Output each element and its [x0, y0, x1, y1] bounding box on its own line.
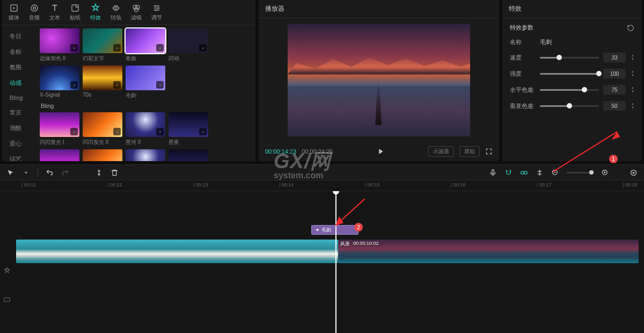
spinner[interactable]: ▲▼	[631, 102, 634, 110]
sidebar-item-8[interactable]: 综艺	[2, 151, 35, 161]
download-icon[interactable]	[156, 128, 164, 135]
effect-thumb[interactable]: 卷曲	[126, 28, 165, 62]
download-icon[interactable]	[199, 44, 207, 52]
video-clip-2[interactable]: 风景 00:00:10:02	[338, 240, 639, 263]
zoom-out-icon[interactable]	[551, 169, 559, 177]
param-label: 水平色差	[510, 86, 536, 94]
sidebar-item-7[interactable]: 爱心	[2, 136, 35, 151]
scope-button[interactable]: 示波器	[428, 146, 454, 157]
effect-thumb[interactable]: 幻彩文字	[83, 28, 122, 62]
effect-track[interactable]: 毛刺	[0, 223, 644, 237]
zoom-in-icon[interactable]	[601, 169, 609, 177]
timeline-toolbar	[0, 164, 644, 180]
tool-text[interactable]: 文本	[47, 2, 62, 23]
original-button[interactable]: 原始	[459, 146, 480, 157]
name-value: 毛刺	[540, 38, 552, 46]
param-slider[interactable]	[540, 73, 599, 75]
download-icon[interactable]	[70, 44, 78, 52]
playhead[interactable]	[335, 191, 336, 333]
tool-sticker[interactable]: 贴纸	[68, 2, 83, 23]
main-toolbar: 媒体音频文本贴纸特效转场滤镜调节	[2, 0, 255, 25]
sidebar-item-5[interactable]: 复古	[2, 105, 35, 120]
effect-thumb[interactable]: 星河 II	[126, 112, 165, 146]
spinner[interactable]: ▲▼	[631, 86, 634, 93]
video-clip-1[interactable]	[16, 240, 338, 263]
sidebar-item-2[interactable]: 氛围	[2, 60, 35, 75]
svg-point-16	[633, 172, 634, 173]
effect-thumb[interactable]: 闪闪发光 II	[83, 112, 122, 146]
spinner[interactable]: ▲▼	[631, 54, 634, 61]
cursor-tool-icon[interactable]	[6, 169, 14, 177]
sidebar-item-0[interactable]: 冬日	[2, 28, 35, 44]
spinner[interactable]: ▲▼	[631, 70, 634, 77]
download-icon[interactable]	[156, 44, 164, 52]
clip-duration: 00:00:10:02	[353, 241, 379, 248]
download-icon[interactable]	[156, 81, 164, 89]
section-heading: Bling	[40, 99, 251, 112]
tool-adjust[interactable]: 调节	[149, 2, 164, 23]
svg-rect-12	[524, 171, 527, 174]
effect-thumb[interactable]: X-Signal	[40, 66, 79, 99]
undo-icon[interactable]	[46, 169, 54, 177]
svg-point-9	[155, 9, 157, 11]
download-icon[interactable]	[199, 128, 207, 135]
filter-icon	[131, 3, 141, 13]
param-value[interactable]: 100	[603, 69, 626, 78]
align-icon[interactable]	[536, 169, 544, 177]
effect-thumb[interactable]: 边缘加色 II	[40, 28, 79, 62]
svg-point-8	[158, 8, 159, 9]
effects-library-panel: 媒体音频文本贴纸特效转场滤镜调节 冬日金粉氛围动感Bling复古潮酷爱心综艺边框…	[2, 0, 255, 161]
download-icon[interactable]	[70, 81, 78, 89]
effect-thumb[interactable]: 闪闪发光 I	[40, 112, 79, 146]
zoom-slider[interactable]	[567, 172, 594, 173]
timeline-ruler[interactable]: | 00:11| 00:12| 00:13| 00:14| 00:15| 00:…	[0, 180, 644, 191]
param-slider[interactable]	[540, 105, 599, 107]
reset-icon[interactable]	[627, 24, 634, 32]
timeline-tracks[interactable]: 毛刺 风景 00:00:10:02	[0, 191, 644, 333]
play-icon[interactable]	[376, 147, 385, 156]
sidebar-item-6[interactable]: 潮酷	[2, 120, 35, 136]
tool-filter[interactable]: 滤镜	[129, 2, 144, 23]
download-icon[interactable]	[113, 81, 121, 89]
ruler-mark: | 00:12	[107, 182, 122, 187]
svg-point-7	[155, 5, 156, 7]
zoom-fit-icon[interactable]	[630, 169, 638, 177]
tool-media[interactable]: 媒体	[6, 2, 21, 23]
ruler-mark: | 00:14	[279, 182, 294, 187]
download-icon[interactable]	[113, 44, 121, 52]
magnet-icon[interactable]	[504, 169, 513, 177]
preview-viewport[interactable]	[259, 18, 499, 142]
svg-point-2	[33, 7, 36, 10]
param-value[interactable]: 75	[603, 85, 626, 95]
download-icon[interactable]	[70, 128, 78, 135]
annotation-badge-2: 2	[354, 223, 363, 231]
mic-icon[interactable]	[489, 169, 497, 177]
dropdown-icon[interactable]	[22, 169, 30, 177]
tool-effect[interactable]: 特效	[88, 2, 103, 23]
sidebar-item-1[interactable]: 金粉	[2, 44, 35, 60]
redo-icon[interactable]	[61, 169, 69, 177]
svg-rect-3	[72, 5, 78, 11]
download-icon[interactable]	[113, 128, 121, 135]
effect-thumb[interactable]: 70s	[83, 66, 122, 99]
tool-transition[interactable]: 转场	[108, 2, 123, 23]
svg-rect-17	[4, 298, 10, 302]
video-track[interactable]: 风景 00:00:10:02	[16, 240, 644, 265]
fullscreen-icon[interactable]	[485, 148, 493, 155]
link-icon[interactable]	[520, 169, 528, 177]
sidebar-item-3[interactable]: 动感	[2, 75, 35, 91]
tool-audio[interactable]: 音频	[27, 2, 42, 23]
sidebar-item-4[interactable]: Bling	[2, 91, 35, 105]
param-value[interactable]: 50	[603, 101, 626, 111]
effect-clip[interactable]: 毛刺	[311, 225, 358, 235]
effect-thumb[interactable]: 毛刺	[126, 66, 165, 99]
effect-thumb[interactable]: 闪动	[169, 28, 208, 62]
current-time: 00:00:14:23	[265, 148, 296, 155]
param-value[interactable]: 33	[603, 53, 626, 62]
param-slider[interactable]	[540, 57, 599, 59]
split-icon[interactable]	[95, 169, 103, 177]
param-slider[interactable]	[540, 89, 599, 91]
delete-icon[interactable]	[111, 169, 119, 177]
effect-thumb[interactable]: 星夜	[169, 112, 208, 146]
annotation-badge-1: 1	[609, 155, 618, 163]
